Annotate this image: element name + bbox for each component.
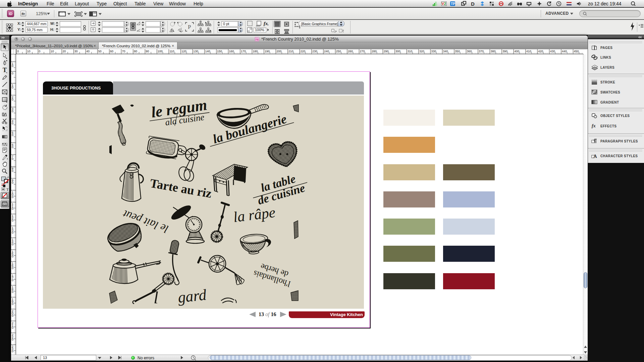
svg-text:330: 330 bbox=[431, 50, 436, 53]
svg-text:230: 230 bbox=[12, 345, 13, 353]
svg-text:190: 190 bbox=[265, 50, 270, 53]
svg-text:70: 70 bbox=[12, 155, 13, 161]
svg-text:80: 80 bbox=[134, 50, 137, 53]
svg-text:T: T bbox=[3, 67, 7, 73]
svg-text:200: 200 bbox=[12, 309, 13, 317]
svg-text:80: 80 bbox=[12, 167, 13, 173]
svg-text:10: 10 bbox=[51, 50, 54, 53]
svg-text:60: 60 bbox=[110, 50, 113, 53]
svg-text:210: 210 bbox=[288, 50, 293, 53]
svg-text:380: 380 bbox=[490, 50, 495, 53]
svg-text:410: 410 bbox=[526, 50, 531, 53]
svg-text:0: 0 bbox=[39, 50, 40, 53]
svg-text:70: 70 bbox=[122, 50, 125, 53]
svg-text:P: P bbox=[188, 24, 191, 30]
svg-text:370: 370 bbox=[479, 50, 484, 53]
svg-text:V: V bbox=[442, 2, 444, 6]
svg-text:250: 250 bbox=[336, 50, 341, 53]
svg-text:150: 150 bbox=[217, 50, 222, 53]
svg-text:450: 450 bbox=[574, 50, 579, 53]
svg-text:290: 290 bbox=[383, 50, 388, 53]
svg-text:210: 210 bbox=[12, 321, 13, 329]
svg-text:TP: TP bbox=[451, 2, 455, 6]
svg-text:400: 400 bbox=[514, 50, 519, 53]
svg-text:190: 190 bbox=[12, 298, 13, 306]
svg-text:90: 90 bbox=[146, 50, 149, 53]
svg-text:60: 60 bbox=[12, 143, 13, 149]
svg-text:340: 340 bbox=[443, 50, 448, 53]
svg-text:D: D bbox=[471, 1, 475, 6]
svg-text:110: 110 bbox=[12, 202, 13, 210]
svg-text:320: 320 bbox=[419, 50, 424, 53]
svg-text:20: 20 bbox=[62, 50, 66, 53]
svg-text:10: 10 bbox=[12, 83, 13, 89]
svg-text:200: 200 bbox=[276, 50, 281, 53]
svg-text:160: 160 bbox=[229, 50, 234, 53]
svg-text:240: 240 bbox=[324, 50, 329, 53]
svg-text:90: 90 bbox=[12, 179, 13, 184]
svg-text:0: 0 bbox=[17, 50, 19, 53]
svg-text:10: 10 bbox=[12, 62, 13, 68]
svg-text:gard: gard bbox=[177, 286, 208, 306]
svg-text:110: 110 bbox=[169, 50, 174, 53]
svg-text:170: 170 bbox=[12, 274, 13, 282]
svg-text:fx: fx bbox=[592, 123, 596, 128]
svg-text:50: 50 bbox=[12, 131, 13, 137]
svg-text:180: 180 bbox=[253, 50, 258, 53]
svg-text:30: 30 bbox=[74, 50, 78, 53]
svg-text:30: 30 bbox=[12, 107, 13, 113]
svg-text:420: 420 bbox=[538, 50, 543, 53]
svg-text:440: 440 bbox=[562, 50, 567, 53]
svg-text:220: 220 bbox=[300, 50, 305, 53]
svg-text:100: 100 bbox=[158, 50, 163, 53]
svg-text:A: A bbox=[593, 154, 597, 159]
svg-text:2: 2 bbox=[444, 2, 446, 6]
svg-text:100: 100 bbox=[12, 191, 13, 199]
svg-text:T: T bbox=[6, 187, 9, 191]
svg-text:10: 10 bbox=[27, 50, 30, 53]
svg-text:20: 20 bbox=[12, 96, 13, 101]
svg-text:270: 270 bbox=[360, 50, 365, 53]
svg-text:310: 310 bbox=[407, 50, 412, 53]
svg-text:390: 390 bbox=[502, 50, 507, 53]
svg-text:220: 220 bbox=[12, 333, 13, 341]
svg-text:120: 120 bbox=[12, 214, 13, 222]
svg-text:260: 260 bbox=[348, 50, 353, 53]
svg-text:50: 50 bbox=[98, 50, 102, 53]
svg-text:360: 360 bbox=[467, 50, 472, 53]
svg-text:170: 170 bbox=[241, 50, 246, 53]
svg-text:300: 300 bbox=[395, 50, 400, 53]
svg-text:140: 140 bbox=[12, 238, 13, 246]
svg-text:350: 350 bbox=[455, 50, 460, 53]
svg-text:180: 180 bbox=[12, 286, 13, 294]
svg-text:40: 40 bbox=[12, 119, 13, 125]
svg-text:150: 150 bbox=[12, 250, 13, 258]
svg-text:160: 160 bbox=[12, 262, 13, 270]
svg-text:0: 0 bbox=[12, 72, 13, 75]
svg-text:230: 230 bbox=[312, 50, 317, 53]
svg-text:130: 130 bbox=[12, 226, 13, 234]
svg-text:120: 120 bbox=[181, 50, 186, 53]
svg-text:140: 140 bbox=[205, 50, 210, 53]
svg-text:130: 130 bbox=[193, 50, 198, 53]
svg-text:Id: Id bbox=[256, 39, 257, 41]
svg-text:280: 280 bbox=[372, 50, 377, 53]
svg-text:40: 40 bbox=[86, 50, 90, 53]
svg-text:430: 430 bbox=[550, 50, 555, 53]
